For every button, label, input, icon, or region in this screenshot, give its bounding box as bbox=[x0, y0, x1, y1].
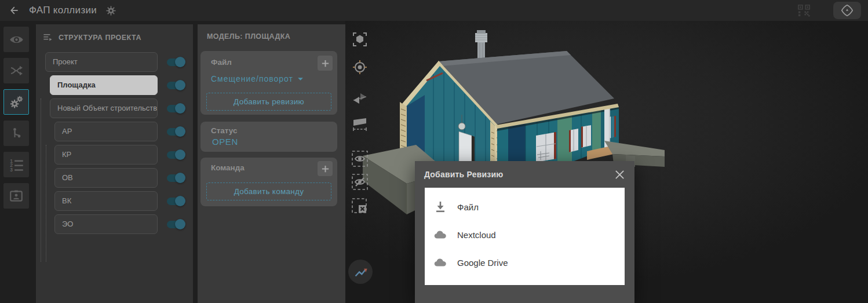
locate-icon bbox=[351, 58, 369, 76]
visibility-toggle[interactable] bbox=[167, 128, 184, 136]
tree-item[interactable]: ОВ bbox=[54, 168, 158, 188]
option-label: Google Drive bbox=[457, 258, 508, 268]
model-panel: МОДЕЛЬ: ПЛОЩАДКА Файл Смещение/поворот Д… bbox=[198, 24, 345, 303]
add-revision-button[interactable]: Добавить ревизию bbox=[206, 93, 331, 111]
visibility-toggle[interactable] bbox=[167, 59, 184, 66]
collision-trend-button[interactable] bbox=[348, 260, 373, 284]
project-tree: ПроектПлощадкаНовый Объект строительства… bbox=[36, 52, 193, 238]
plus-icon bbox=[321, 59, 330, 68]
close-icon bbox=[614, 169, 625, 180]
offset-rotation-dropdown[interactable]: Смещение/поворот bbox=[211, 74, 304, 83]
tree-item[interactable]: КР bbox=[54, 145, 158, 165]
modal-body: ФайлNextcloudGoogle Drive bbox=[425, 188, 625, 285]
tree-item[interactable]: Новый Объект строительства bbox=[50, 98, 158, 118]
toggle-cell bbox=[158, 174, 193, 182]
sidebar-item-photo-badge[interactable] bbox=[3, 183, 29, 209]
file-card-label: Файл bbox=[211, 58, 232, 67]
tree-row: Площадка bbox=[50, 75, 193, 95]
eye-icon bbox=[9, 32, 24, 48]
download-icon bbox=[432, 200, 449, 214]
3d-viewport[interactable]: Добавить Ревизию ФайлNextcloudGoogle Dri… bbox=[345, 21, 868, 303]
revision-source-option[interactable]: Файл bbox=[425, 193, 625, 221]
add-file-button[interactable] bbox=[318, 56, 333, 71]
viewport-toolbar bbox=[351, 21, 369, 216]
svg-text:3: 3 bbox=[10, 167, 13, 173]
team-card: Команда Добавить команду bbox=[200, 158, 337, 206]
arrow-left-icon bbox=[8, 5, 20, 16]
sidebar-item-visibility[interactable] bbox=[3, 27, 29, 52]
project-settings-button[interactable] bbox=[106, 6, 116, 16]
tree-item[interactable]: Площадка bbox=[50, 75, 158, 95]
tree-row: Проект bbox=[45, 52, 193, 72]
plus-icon bbox=[321, 165, 330, 173]
toggle-cell bbox=[158, 198, 193, 205]
gear-icon bbox=[106, 6, 116, 16]
toggle-cell bbox=[158, 128, 193, 136]
structure-panel-title: СТРУКТУРА ПРОЕКТА bbox=[59, 34, 141, 42]
sidebar-item-branch[interactable] bbox=[3, 121, 29, 146]
sidebar-item-numbered-list[interactable]: 123 bbox=[3, 152, 29, 177]
back-button[interactable] bbox=[8, 5, 20, 16]
status-card: Статус OPEN bbox=[200, 122, 337, 152]
visibility-toggle[interactable] bbox=[167, 151, 184, 159]
toggle-cell bbox=[158, 151, 193, 159]
measure-icon bbox=[351, 115, 369, 133]
tree-item[interactable]: ВК bbox=[54, 191, 158, 211]
tree-row: АР bbox=[54, 122, 193, 141]
qr-code-icon bbox=[797, 5, 811, 17]
visibility-toggle[interactable] bbox=[167, 105, 184, 112]
measure-button[interactable] bbox=[351, 115, 369, 133]
page-title: ФАП коллизии bbox=[29, 5, 97, 16]
status-card-label: Статус bbox=[211, 126, 238, 135]
tree-item[interactable]: АР bbox=[54, 122, 158, 141]
tree-row: ЭО bbox=[54, 214, 193, 234]
model-panel-title: МОДЕЛЬ: ПЛОЩАДКА bbox=[198, 24, 345, 41]
tree-icon bbox=[42, 32, 53, 43]
visibility-toggle[interactable] bbox=[167, 221, 184, 228]
show-selection-button[interactable] bbox=[351, 149, 369, 168]
view-mode-button[interactable] bbox=[833, 2, 861, 19]
tree-guide-line bbox=[46, 145, 46, 262]
section-icon bbox=[351, 89, 369, 108]
clear-selection-button[interactable] bbox=[351, 197, 369, 216]
toggle-cell bbox=[158, 82, 193, 89]
tree-item[interactable]: Проект bbox=[45, 52, 158, 72]
fit-view-button[interactable] bbox=[351, 30, 369, 49]
photo-badge-icon bbox=[9, 188, 24, 203]
tree-row: Новый Объект строительства bbox=[50, 98, 193, 118]
trend-up-icon bbox=[352, 263, 369, 280]
cloud-icon bbox=[432, 227, 449, 242]
add-team-member-button[interactable] bbox=[318, 161, 333, 176]
tree-row: КР bbox=[54, 145, 193, 165]
visibility-toggle[interactable] bbox=[167, 198, 184, 205]
show-selection-icon bbox=[351, 149, 369, 168]
option-label: Файл bbox=[457, 202, 479, 212]
modal-header: Добавить Ревизию bbox=[415, 161, 634, 188]
chevron-down-icon bbox=[297, 77, 304, 81]
modal-close-button[interactable] bbox=[614, 169, 625, 180]
revision-source-option[interactable]: Nextcloud bbox=[425, 221, 625, 249]
add-team-button[interactable]: Добавить команду bbox=[206, 182, 331, 200]
hide-selection-icon bbox=[351, 173, 369, 191]
tree-item[interactable]: ЭО bbox=[54, 214, 158, 234]
hide-selection-button[interactable] bbox=[351, 173, 369, 191]
modal-title: Добавить Ревизию bbox=[424, 170, 503, 179]
tree-row: ВК bbox=[54, 191, 193, 211]
orbit-3d-icon bbox=[840, 3, 854, 17]
visibility-toggle[interactable] bbox=[167, 82, 184, 89]
tree-guide-line bbox=[41, 98, 41, 262]
section-plane-button[interactable] bbox=[351, 89, 369, 108]
sidebar-item-shuffle[interactable] bbox=[3, 58, 29, 83]
locate-button[interactable] bbox=[351, 58, 369, 76]
visibility-toggle[interactable] bbox=[167, 174, 184, 182]
toggle-cell bbox=[158, 59, 193, 66]
tree-row: ОВ bbox=[54, 168, 193, 188]
toggle-cell bbox=[158, 221, 193, 228]
toggle-cell bbox=[158, 105, 193, 112]
offset-rotation-label: Смещение/поворот bbox=[211, 74, 293, 83]
cloud-icon bbox=[432, 255, 449, 270]
qr-code-button[interactable] bbox=[797, 5, 811, 17]
revision-source-option[interactable]: Google Drive bbox=[425, 249, 625, 276]
team-card-label: Команда bbox=[211, 163, 245, 172]
sidebar-item-settings[interactable] bbox=[3, 89, 29, 115]
